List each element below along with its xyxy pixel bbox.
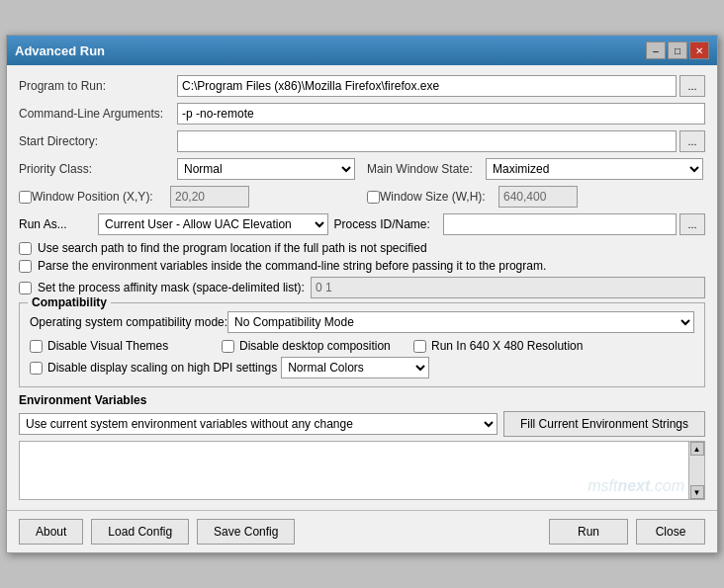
priority-label: Priority Class: xyxy=(19,162,177,176)
disable-dpi-checkbox[interactable] xyxy=(30,362,43,375)
runas-select[interactable]: Current User - Allow UAC Elevation Admin… xyxy=(98,213,328,235)
windowsize-half: Window Size (W,H): xyxy=(367,186,705,208)
env-area: ▲ ▼ msftnext.com xyxy=(19,441,705,500)
disable-themes-item: Disable Visual Themes xyxy=(30,339,218,353)
program-label: Program to Run: xyxy=(19,79,177,93)
mainwindow-half: Main Window State: Maximized Normal Mini… xyxy=(367,158,705,180)
windowsize-label: Window Size (W,H): xyxy=(380,190,498,204)
note2-text: Parse the environment variables inside t… xyxy=(38,259,546,273)
startdir-input[interactable] xyxy=(177,130,677,152)
env-scrollbar[interactable]: ▲ ▼ xyxy=(688,442,704,499)
load-config-button[interactable]: Load Config xyxy=(91,519,189,545)
cmdline-row: Command-Line Arguments: xyxy=(19,103,705,125)
note1-text: Use search path to find the program loca… xyxy=(38,241,427,255)
priority-window-row: Priority Class: Normal Idle Below Normal… xyxy=(19,158,705,180)
priority-select[interactable]: Normal Idle Below Normal Above Normal Hi… xyxy=(177,158,355,180)
cmdline-label: Command-Line Arguments: xyxy=(19,107,177,121)
run-640-label: Run In 640 X 480 Resolution xyxy=(431,339,583,353)
colors-select[interactable]: Normal Colors 256 Colors 16-bit Colors xyxy=(281,357,429,378)
startdir-browse-button[interactable]: ... xyxy=(679,130,705,152)
bottom-buttons: About Load Config Save Config Run Close xyxy=(7,510,717,552)
run-button[interactable]: Run xyxy=(549,519,628,545)
windowpos-checkbox[interactable] xyxy=(19,191,32,204)
program-browse-button[interactable]: ... xyxy=(679,75,705,97)
affinity-label: Set the process affinity mask (space-del… xyxy=(38,281,305,294)
env-select[interactable]: Use current system environment variables… xyxy=(19,413,498,435)
content-area: Program to Run: ... Command-Line Argumen… xyxy=(7,65,717,510)
program-row: Program to Run: ... xyxy=(19,75,705,97)
mainwindow-select[interactable]: Maximized Normal Minimized Hidden xyxy=(486,158,703,180)
fill-env-button[interactable]: Fill Current Environment Strings xyxy=(503,411,705,437)
note2-checkbox[interactable] xyxy=(19,260,32,273)
processid-browse-button[interactable]: ... xyxy=(679,213,705,235)
main-window: Advanced Run – □ ✕ Program to Run: ... C… xyxy=(6,35,718,553)
scroll-down-arrow[interactable]: ▼ xyxy=(690,485,704,499)
cmdline-input[interactable] xyxy=(177,103,705,125)
note2-row: Parse the environment variables inside t… xyxy=(19,259,705,273)
disable-themes-checkbox[interactable] xyxy=(30,340,43,353)
scroll-up-arrow[interactable]: ▲ xyxy=(690,442,704,456)
note1-checkbox[interactable] xyxy=(19,242,32,255)
startdir-label: Start Directory: xyxy=(19,134,177,148)
affinity-input[interactable] xyxy=(311,277,705,298)
windowpos-half: Window Position (X,Y): xyxy=(19,186,357,208)
disable-composition-item: Disable desktop composition xyxy=(222,339,409,353)
title-bar: Advanced Run – □ ✕ xyxy=(7,36,717,65)
program-input[interactable] xyxy=(177,75,677,97)
processid-label: Process ID/Name: xyxy=(334,217,443,231)
affinity-checkbox[interactable] xyxy=(19,282,32,294)
runas-row: Run As... Current User - Allow UAC Eleva… xyxy=(19,213,705,235)
close-window-button[interactable]: ✕ xyxy=(689,42,709,59)
os-compat-select[interactable]: No Compatibility Mode Windows XP SP2 Win… xyxy=(227,311,694,333)
disable-composition-label: Disable desktop composition xyxy=(239,339,391,353)
compat-checks-row: Disable Visual Themes Disable desktop co… xyxy=(30,339,694,378)
disable-dpi-label: Disable display scaling on high DPI sett… xyxy=(47,361,277,375)
windowsize-checkbox[interactable] xyxy=(367,191,380,204)
compatibility-title: Compatibility xyxy=(28,295,111,309)
colors-row: Normal Colors 256 Colors 16-bit Colors xyxy=(281,357,429,378)
disable-composition-checkbox[interactable] xyxy=(222,340,234,353)
windowpos-input[interactable] xyxy=(170,186,249,208)
window-title: Advanced Run xyxy=(15,43,105,58)
mainwindow-label: Main Window State: xyxy=(367,162,486,176)
save-config-button[interactable]: Save Config xyxy=(197,519,295,545)
note1-row: Use search path to find the program loca… xyxy=(19,241,705,255)
os-compat-row: Operating system compatibility mode: No … xyxy=(30,311,694,333)
env-section: Environment Variables Use current system… xyxy=(19,393,705,500)
priority-half: Priority Class: Normal Idle Below Normal… xyxy=(19,158,357,180)
windowsize-input[interactable] xyxy=(498,186,578,208)
os-compat-label: Operating system compatibility mode: xyxy=(30,315,227,329)
disable-themes-label: Disable Visual Themes xyxy=(47,339,168,353)
position-size-row: Window Position (X,Y): Window Size (W,H)… xyxy=(19,186,705,208)
minimize-button[interactable]: – xyxy=(646,42,666,59)
disable-dpi-item: Disable display scaling on high DPI sett… xyxy=(30,361,277,375)
windowpos-label: Window Position (X,Y): xyxy=(32,190,170,204)
watermark: msftnext.com xyxy=(588,477,684,495)
maximize-button[interactable]: □ xyxy=(668,42,687,59)
about-button[interactable]: About xyxy=(19,519,83,545)
env-label: Environment Variables xyxy=(19,393,705,407)
affinity-row: Set the process affinity mask (space-del… xyxy=(19,277,705,298)
runas-label: Run As... xyxy=(19,217,98,231)
window-controls: – □ ✕ xyxy=(646,42,709,59)
processid-input[interactable] xyxy=(443,213,678,235)
close-button[interactable]: Close xyxy=(636,519,705,545)
run-640-checkbox[interactable] xyxy=(413,340,426,353)
env-top-row: Use current system environment variables… xyxy=(19,411,705,437)
startdir-row: Start Directory: ... xyxy=(19,130,705,152)
run-640-item: Run In 640 X 480 Resolution xyxy=(413,339,601,353)
compatibility-group: Compatibility Operating system compatibi… xyxy=(19,302,705,387)
